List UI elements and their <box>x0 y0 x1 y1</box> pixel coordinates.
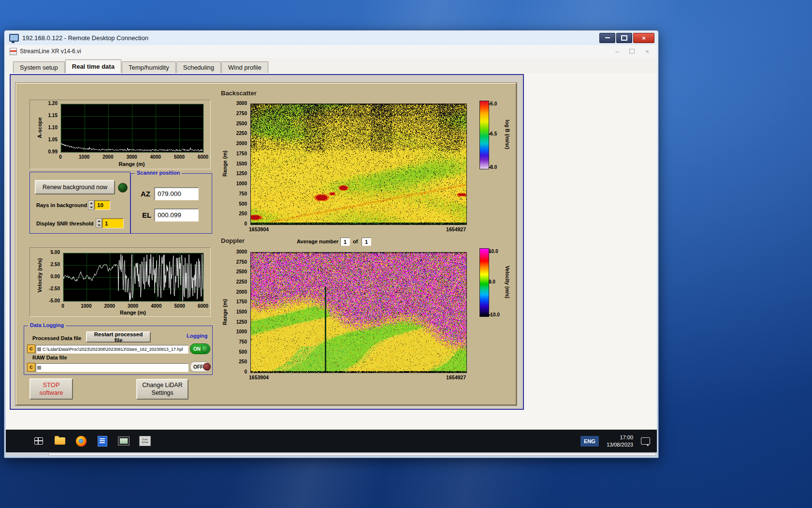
tab-real-time-data[interactable]: Real time data <box>65 60 121 73</box>
restart-processed-file-button[interactable]: Restart processed file <box>86 331 151 343</box>
clock-time: 17:00 <box>620 434 633 441</box>
tick-label: 1000 <box>78 303 94 309</box>
rdp-close-button[interactable]: × <box>633 33 654 43</box>
raw-path-field[interactable] <box>36 363 188 372</box>
tick-label: 0.99 <box>48 149 58 154</box>
rdp-minimize-button[interactable] <box>599 33 615 43</box>
average-count-field[interactable]: 1 <box>362 238 371 246</box>
tick-label: 2500 <box>236 269 247 274</box>
rdp-maximize-button[interactable] <box>616 33 632 43</box>
el-field[interactable]: 000.099 <box>154 209 199 222</box>
tick-label: 1.10 <box>48 125 58 130</box>
doppler-title: Doppler <box>221 237 245 244</box>
notification-icon[interactable] <box>641 437 650 445</box>
backscatter-colorbar-label: log B (/m/sr) <box>505 113 510 156</box>
tab-wind-profile[interactable]: Wind profile <box>221 61 268 73</box>
average-number-field[interactable]: 1 <box>340 238 350 246</box>
tick-label: 1000 <box>236 329 247 334</box>
processed-path-field[interactable]: C:\Lidar\Data\Proc\2023\202308\20230813\… <box>36 345 188 354</box>
language-indicator[interactable]: ENG <box>580 436 599 447</box>
processed-path-text: C:\Lidar\Data\Proc\2023\202308\20230813\… <box>43 347 183 352</box>
browse-icon[interactable] <box>37 347 41 351</box>
tick-label: 2750 <box>236 111 247 116</box>
tick-label: 3000 <box>236 249 247 254</box>
rays-spinner[interactable] <box>88 200 94 210</box>
desktop-background: 192.168.0.122 - Remote Desktop Connectio… <box>0 0 812 508</box>
tick-label: 250 <box>239 359 247 364</box>
tick-label: 3000 <box>236 101 247 106</box>
toggle-knob-icon <box>203 363 211 371</box>
doppler-x-start-label: 1653904 <box>249 374 269 380</box>
tab-scheduling[interactable]: Scheduling <box>176 61 221 73</box>
rdp-window: 192.168.0.122 - Remote Desktop Connectio… <box>4 30 659 458</box>
doppler-colorbar <box>479 248 489 317</box>
maximize-icon <box>621 35 627 41</box>
tick-label: 2000 <box>236 289 247 295</box>
tick-label: 3000 <box>125 303 141 309</box>
on-label: ON <box>193 346 201 352</box>
tick-label: 0 <box>55 303 71 309</box>
snr-value[interactable]: 1 <box>102 218 124 228</box>
raw-drive-selector[interactable]: C <box>27 363 35 372</box>
processed-logging-toggle[interactable]: ON <box>190 344 210 354</box>
tick-label: 1250 <box>236 171 247 176</box>
backscatter-heatmap-canvas <box>250 104 467 225</box>
taskbar-folder-icon[interactable] <box>54 434 66 448</box>
tick-label: 2500 <box>236 121 247 126</box>
rdp-titlebar[interactable]: 192.168.0.122 - Remote Desktop Connectio… <box>4 30 658 45</box>
logging-label: Logging <box>187 333 207 339</box>
taskbar-scansched-icon[interactable]: Scan Sched <box>139 434 151 448</box>
change-label-line1: Change LiDAR <box>142 382 182 389</box>
tick-label: 1750 <box>236 299 247 304</box>
taskbar-document-icon[interactable] <box>96 434 109 448</box>
backscatter-title: Backscatter <box>221 90 257 97</box>
tick-label: 750 <box>239 191 247 196</box>
app-restore-button[interactable] <box>629 49 635 54</box>
tick-label: 4000 <box>148 303 164 309</box>
tab-system-setup[interactable]: System setup <box>13 61 65 73</box>
stop-software-button[interactable]: STOP software <box>29 378 73 400</box>
tick-label: 500 <box>239 201 247 207</box>
rays-in-background-label: Rays in background <box>36 202 87 208</box>
rays-value[interactable]: 10 <box>94 200 110 210</box>
app-minimize-button[interactable]: – <box>615 48 619 55</box>
tick-label: 2250 <box>236 279 247 284</box>
tick-label: 2000 <box>102 303 118 309</box>
stop-label-line2: software <box>39 389 63 397</box>
velocity-y-ticks: 5.002.500.00-2.50-5.00 <box>30 248 61 307</box>
processed-drive-selector[interactable]: C <box>27 344 35 353</box>
rdp-window-title: 192.168.0.122 - Remote Desktop Connectio… <box>22 34 599 42</box>
tick-label: 6000 <box>195 303 211 309</box>
renew-background-button[interactable]: Renew background now <box>35 180 115 194</box>
rdp-horizontal-scrollbar[interactable] <box>6 452 657 456</box>
of-label: of <box>353 239 358 244</box>
snr-spinner[interactable] <box>96 218 102 228</box>
change-lidar-settings-button[interactable]: Change LiDAR Settings <box>136 379 188 400</box>
raw-logging-toggle[interactable]: OFF <box>190 361 210 372</box>
tick-label: 3000 <box>124 154 140 160</box>
tick-label: 1250 <box>236 319 247 325</box>
tick-label: 0.00 <box>51 274 60 279</box>
app-close-button[interactable]: × <box>645 48 649 55</box>
browse-icon[interactable] <box>37 366 41 370</box>
velocity-plot-canvas <box>63 253 204 302</box>
taskbar-clock[interactable]: 17:00 13/08/2023 <box>607 434 633 448</box>
snr-threshold-label: Display SNR threshold <box>36 221 94 226</box>
taskbar-icons: Scan Sched <box>32 434 151 448</box>
vi-icon <box>10 48 17 55</box>
ascope-plot-canvas <box>60 104 204 153</box>
clock-date: 13/08/2023 <box>607 441 633 448</box>
app-window-title: StreamLine XR v14-6.vi <box>20 48 615 55</box>
ascope-x-ticks: 0100020003000400050006000 <box>60 154 203 160</box>
off-label: OFF <box>193 364 203 370</box>
az-field[interactable]: 079.000 <box>154 187 199 200</box>
ascope-graph: A-scope 1.201.151.101.050.99 01000200030… <box>29 100 211 169</box>
tick-label: 1500 <box>236 309 247 314</box>
app-titlebar[interactable]: StreamLine XR v14-6.vi – × <box>6 45 657 58</box>
tab-temp-humidity[interactable]: Temp/humidity <box>122 61 176 73</box>
taskbar-taskview-icon[interactable] <box>32 434 45 448</box>
taskbar-app-icon[interactable] <box>117 434 130 448</box>
taskbar-firefox-icon[interactable] <box>75 434 87 448</box>
change-label-line2: Settings <box>151 389 173 397</box>
scrollbar-thumb[interactable] <box>48 453 656 456</box>
